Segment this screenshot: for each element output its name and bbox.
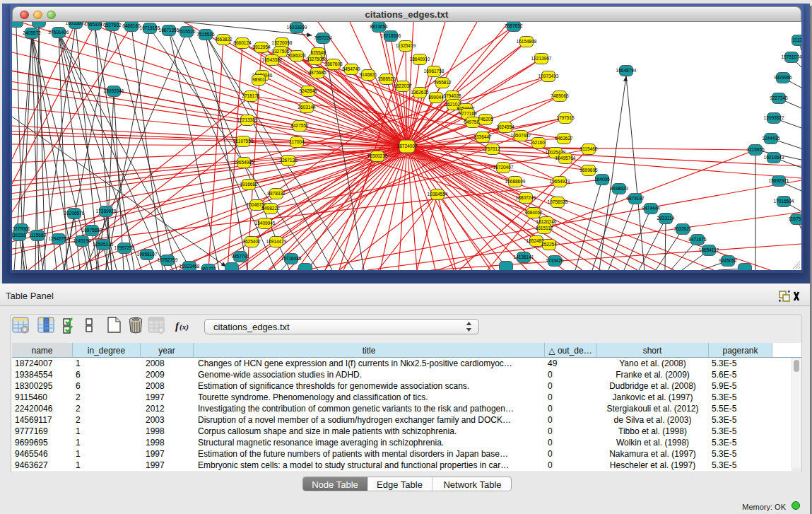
- svg-text:15751074: 15751074: [782, 54, 801, 59]
- svg-text:10210643: 10210643: [764, 155, 784, 160]
- svg-text:19654985: 19654985: [234, 160, 254, 165]
- svg-text:16154808: 16154808: [517, 39, 537, 44]
- svg-text:16648794: 16648794: [616, 68, 637, 73]
- svg-text:19384554: 19384554: [428, 192, 448, 197]
- svg-text:10958107: 10958107: [137, 252, 158, 257]
- svg-text:15409945: 15409945: [255, 221, 276, 226]
- svg-text:98901: 98901: [252, 77, 265, 82]
- svg-text:16543382: 16543382: [262, 57, 283, 62]
- svg-text:12505135: 12505135: [93, 242, 114, 247]
- svg-text:9242848: 9242848: [299, 88, 317, 93]
- svg-text:8427552: 8427552: [290, 123, 309, 128]
- svg-text:7955812: 7955812: [433, 80, 452, 85]
- svg-text:16033809: 16033809: [287, 25, 307, 30]
- svg-text:12923468: 12923468: [180, 264, 200, 269]
- svg-text:12213967: 12213967: [531, 56, 552, 61]
- svg-text:12213389: 12213389: [237, 117, 258, 122]
- svg-text:1916682: 1916682: [240, 182, 258, 187]
- svg-text:9329966: 9329966: [774, 75, 792, 80]
- svg-text:16033809: 16033809: [66, 22, 86, 25]
- svg-text:62160: 62160: [532, 140, 545, 145]
- svg-text:17359928: 17359928: [96, 209, 117, 214]
- svg-text:1797515: 1797515: [556, 115, 575, 120]
- svg-text:12093822: 12093822: [764, 115, 784, 120]
- svg-text:13226058: 13226058: [272, 40, 293, 45]
- svg-text:9146821: 9146821: [359, 72, 377, 77]
- svg-text:1362635: 1362635: [411, 90, 429, 95]
- svg-text:2867608: 2867608: [324, 62, 343, 66]
- svg-text:1822037: 1822037: [394, 83, 412, 88]
- svg-text:10973493: 10973493: [539, 74, 559, 78]
- svg-text:19495764: 19495764: [555, 156, 576, 160]
- svg-text:10507487: 10507487: [511, 133, 531, 138]
- svg-text:2405572: 2405572: [23, 30, 41, 35]
- svg-text:10688609: 10688609: [505, 179, 526, 184]
- svg-text:757512: 757512: [485, 146, 500, 151]
- svg-text:961771: 961771: [201, 267, 216, 270]
- svg-text:9245052: 9245052: [719, 258, 737, 263]
- svg-text:16107553: 16107553: [233, 139, 254, 144]
- svg-text:15692971: 15692971: [769, 178, 789, 183]
- svg-text:8186323: 8186323: [288, 53, 306, 58]
- svg-text:9457791: 9457791: [231, 254, 249, 259]
- svg-text:39159: 39159: [13, 233, 25, 238]
- svg-text:(x): (x): [180, 322, 189, 332]
- svg-text:18724007: 18724007: [397, 144, 418, 148]
- svg-text:8938923: 8938923: [610, 186, 628, 191]
- svg-text:19218506: 19218506: [381, 33, 401, 38]
- svg-text:16782759: 16782759: [158, 257, 178, 262]
- svg-text:18807249: 18807249: [516, 195, 536, 200]
- svg-text:3215955: 3215955: [746, 147, 765, 152]
- svg-text:164095: 164095: [594, 177, 610, 182]
- svg-text:8878332: 8878332: [267, 191, 286, 196]
- svg-text:899044: 899044: [428, 95, 444, 100]
- svg-text:9463627: 9463627: [555, 136, 573, 141]
- svg-text:6879197: 6879197: [626, 196, 645, 201]
- svg-text:9227343: 9227343: [770, 95, 788, 100]
- svg-text:9684067: 9684067: [524, 210, 543, 215]
- svg-text:1115689: 1115689: [29, 233, 47, 238]
- svg-text:1244415: 1244415: [762, 136, 780, 141]
- svg-text:7485063: 7485063: [551, 93, 569, 98]
- svg-text:1624554: 1624554: [496, 124, 514, 129]
- svg-text:7632621: 7632621: [673, 226, 692, 231]
- svg-text:5498222: 5498222: [261, 206, 280, 211]
- svg-text:2718176: 2718176: [242, 93, 260, 98]
- svg-text:9115460: 9115460: [580, 146, 598, 151]
- svg-text:27691406: 27691406: [49, 30, 69, 35]
- svg-text:16961758: 16961758: [424, 69, 445, 74]
- svg-text:1145194: 1145194: [73, 238, 91, 243]
- svg-text:18720407: 18720407: [493, 165, 514, 170]
- svg-text:9327505: 9327505: [271, 49, 290, 54]
- svg-text:12942757: 12942757: [49, 236, 69, 241]
- svg-text:7515526: 7515526: [177, 29, 196, 34]
- svg-text:1167534: 1167534: [789, 216, 801, 221]
- svg-text:2603144: 2603144: [298, 105, 316, 110]
- svg-text:8660124: 8660124: [233, 40, 252, 45]
- svg-text:15716485: 15716485: [281, 256, 302, 261]
- svg-text:2087652: 2087652: [505, 23, 523, 28]
- svg-text:8454749: 8454749: [342, 66, 360, 71]
- svg-text:14136141: 14136141: [514, 255, 534, 259]
- svg-text:8813054: 8813054: [370, 24, 388, 29]
- svg-text:1588520: 1588520: [377, 76, 396, 81]
- svg-text:15300215: 15300215: [367, 153, 388, 158]
- svg-text:7515526: 7515526: [196, 32, 215, 37]
- svg-text:9699695: 9699695: [579, 168, 598, 173]
- svg-text:3267130: 3267130: [279, 158, 298, 163]
- svg-text:6794028: 6794028: [443, 93, 461, 98]
- svg-text:11123: 11123: [792, 37, 801, 42]
- svg-text:20206576: 20206576: [64, 211, 85, 216]
- svg-text:18640910: 18640910: [410, 57, 430, 62]
- svg-text:10719155: 10719155: [140, 25, 160, 30]
- svg-text:1615112: 1615112: [536, 226, 553, 230]
- svg-text:6466160: 6466160: [122, 23, 141, 28]
- svg-text:10975887: 10975887: [82, 228, 102, 233]
- svg-text:19654923: 19654923: [550, 179, 570, 184]
- svg-text:3875685: 3875685: [308, 70, 326, 75]
- svg-text:9327508: 9327508: [306, 57, 324, 62]
- svg-text:2933114: 2933114: [657, 216, 675, 221]
- svg-text:16671355: 16671355: [159, 28, 180, 33]
- svg-text:28053346: 28053346: [104, 88, 124, 93]
- svg-text:117004: 117004: [289, 139, 305, 144]
